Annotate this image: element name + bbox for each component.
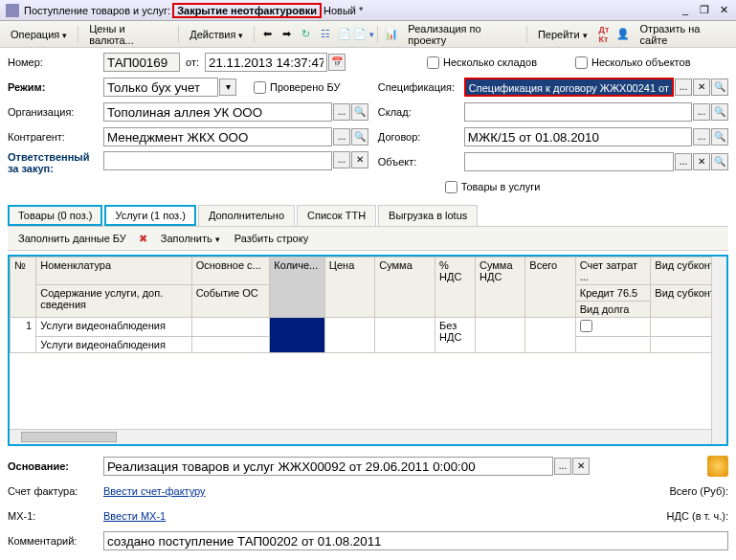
nav-fwd-icon[interactable]: ➡ [279, 26, 295, 43]
nav-back-icon[interactable]: ⬅ [259, 26, 276, 43]
cell-qty-selected[interactable] [270, 318, 324, 353]
tab-additional[interactable]: Дополнительно [198, 205, 295, 226]
th-total[interactable]: Всего [525, 258, 575, 318]
object-search-icon[interactable]: 🔍 [711, 153, 728, 170]
chart-icon[interactable]: 📊 [383, 26, 399, 43]
cell-price[interactable] [324, 318, 374, 353]
contragent-input[interactable] [103, 127, 332, 146]
cell-sum[interactable] [375, 318, 435, 353]
actions-menu[interactable]: Действия [184, 26, 249, 43]
tab-goods[interactable]: Товары (0 поз.) [8, 205, 102, 226]
mx-label: МХ-1: [8, 510, 103, 522]
refresh-icon[interactable]: ↻ [298, 26, 314, 43]
basis-input[interactable] [103, 457, 553, 476]
cell-os[interactable] [191, 318, 270, 337]
responsible-input[interactable] [103, 151, 332, 170]
tab-services[interactable]: Услуги (1 поз.) [104, 205, 195, 226]
mx-link[interactable]: Ввести МХ-1 [103, 510, 166, 522]
tree-icon[interactable]: ☷ [317, 26, 333, 43]
spec-search-icon[interactable]: 🔍 [711, 78, 728, 96]
operation-menu[interactable]: Операция [5, 26, 73, 43]
th-os2[interactable]: Событие ОС [191, 285, 270, 318]
publish-button[interactable]: Отразить на сайте [635, 20, 731, 49]
contract-select-icon[interactable]: ... [693, 128, 710, 146]
calendar-icon[interactable]: 📅 [328, 54, 346, 71]
cell-nds-sum[interactable] [475, 318, 524, 353]
org-select-icon[interactable]: ... [333, 103, 350, 121]
th-acct3[interactable]: Вид долга [575, 302, 651, 318]
th-n[interactable]: № [11, 258, 36, 318]
th-acct[interactable]: Счет затрат ... [575, 258, 651, 285]
cell-total[interactable] [525, 318, 575, 353]
dtkt-icon[interactable]: ДтКт [596, 26, 613, 43]
form-area: Номер: от: 📅 Несколько складов Несколько… [0, 48, 736, 205]
th-qty[interactable]: Количе... [270, 258, 324, 318]
mode-input[interactable] [103, 78, 218, 97]
fill-bu-button[interactable]: Заполнить данные БУ [12, 230, 132, 247]
multi-objects-checkbox[interactable] [575, 56, 588, 69]
cell-nom2[interactable]: Услуги видеонаблюдения [36, 337, 191, 353]
horizontal-scrollbar[interactable] [10, 429, 711, 444]
acct-checkbox[interactable] [580, 320, 592, 332]
cell-nom[interactable]: Услуги видеонаблюдения [36, 318, 191, 337]
th-nds-pct[interactable]: % НДС [435, 258, 476, 318]
split-row-button[interactable]: Разбить строку [229, 230, 314, 247]
object-input[interactable] [464, 152, 674, 171]
cell-nds-pct[interactable]: Без НДС [435, 318, 476, 353]
person-icon[interactable]: 👤 [615, 26, 632, 43]
doc1-icon[interactable]: 📄 [336, 26, 352, 43]
tab-lotus[interactable]: Выгрузка в lotus [378, 205, 478, 226]
th-sum[interactable]: Сумма [375, 258, 435, 318]
comment-input[interactable] [103, 531, 728, 550]
goto-menu[interactable]: Перейти [532, 26, 593, 43]
mode-dropdown-icon[interactable]: ▾ [219, 78, 236, 96]
vertical-scrollbar[interactable] [711, 257, 726, 444]
contragent-select-icon[interactable]: ... [333, 128, 350, 146]
th-os[interactable]: Основное с... [191, 258, 270, 285]
th-price[interactable]: Цена [324, 258, 374, 318]
titlebar: Поступление товаров и услуг: Закрытие не… [0, 0, 736, 21]
responsible-clear-icon[interactable]: ✕ [351, 151, 368, 168]
date-input[interactable] [205, 53, 327, 72]
minimize-button[interactable]: _ [679, 4, 692, 17]
object-clear-icon[interactable]: ✕ [693, 153, 710, 170]
delete-row-icon[interactable]: ✖ [135, 230, 152, 247]
cell-acct2[interactable] [575, 337, 651, 353]
basis-select-icon[interactable]: ... [554, 458, 571, 475]
doc2-icon[interactable]: 📄 [355, 26, 372, 43]
tab-ttn[interactable]: Список ТТН [297, 205, 376, 226]
realization-button[interactable]: Реализация по проекту [402, 20, 522, 49]
th-nds-sum[interactable]: Сумма НДС [475, 258, 524, 318]
object-select-icon[interactable]: ... [675, 153, 692, 170]
checked-bu-checkbox[interactable] [254, 81, 266, 94]
number-input[interactable] [103, 53, 180, 72]
fill-menu[interactable]: Заполнить [155, 230, 226, 247]
warehouse-select-icon[interactable]: ... [693, 103, 710, 121]
basis-clear-icon[interactable]: ✕ [572, 458, 590, 475]
spec-select-icon[interactable]: ... [675, 78, 692, 96]
cell-acct[interactable] [575, 318, 651, 337]
responsible-select-icon[interactable]: ... [333, 151, 350, 168]
org-input[interactable] [103, 102, 332, 122]
table-row[interactable]: 1 Услуги видеонаблюдения Без НДС [11, 318, 726, 337]
spec-value[interactable]: Спецификация к договору ЖЖХ00241 от [464, 78, 674, 97]
warehouse-search-icon[interactable]: 🔍 [711, 103, 728, 121]
goods-to-services-checkbox[interactable] [445, 181, 457, 193]
th-acct2[interactable]: Кредит 76.5 [575, 285, 651, 302]
round-action-button[interactable] [707, 456, 728, 477]
prices-button[interactable]: Цены и валюта... [83, 20, 173, 49]
close-button[interactable]: ✕ [717, 4, 730, 17]
contragent-search-icon[interactable]: 🔍 [351, 128, 368, 146]
contract-search-icon[interactable]: 🔍 [711, 128, 728, 146]
th-nom[interactable]: Номенклатура [36, 258, 191, 285]
contract-input[interactable] [464, 127, 692, 146]
org-search-icon[interactable]: 🔍 [351, 103, 368, 121]
warehouse-input[interactable] [464, 102, 692, 122]
cell-os2[interactable] [191, 337, 270, 353]
invoice-link[interactable]: Ввести счет-фактуру [103, 485, 206, 497]
scroll-thumb[interactable] [21, 432, 117, 442]
multi-warehouse-checkbox[interactable] [427, 56, 439, 69]
spec-clear-icon[interactable]: ✕ [693, 78, 710, 96]
maximize-button[interactable]: ❐ [698, 4, 711, 17]
th-nom2[interactable]: Содержание услуги, доп. сведения [36, 285, 191, 318]
